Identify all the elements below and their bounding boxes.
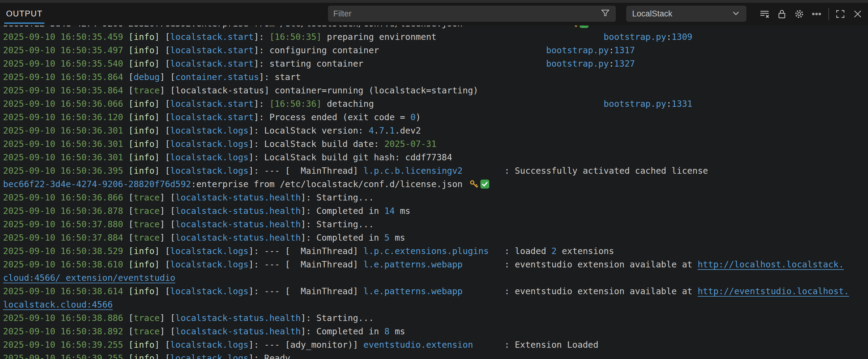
lock-icon[interactable] xyxy=(776,8,788,20)
log-token-green: 2025-09-10 16:50:36.120 xyxy=(3,112,123,122)
source-link[interactable]: bootstrap.py xyxy=(603,32,666,42)
log-text: : xyxy=(609,45,614,55)
log-text: [ xyxy=(160,139,170,149)
panel-actions xyxy=(753,7,864,21)
log-text: ]: Completed in xyxy=(301,326,384,336)
log-text: [ xyxy=(160,99,170,109)
panel-resize-sash[interactable] xyxy=(0,0,868,3)
log-text: [ xyxy=(123,326,134,336)
log-text: ] [ xyxy=(160,193,175,203)
log-text: [ xyxy=(160,32,170,42)
log-token-green: trace xyxy=(134,313,160,323)
log-token-green: 2025-09-10 16:50:38.892 xyxy=(3,326,123,336)
log-text: [ xyxy=(160,59,170,69)
log-token-green: trace xyxy=(134,193,160,203)
log-channel-token: 8 xyxy=(384,326,390,336)
log-text: ]: start xyxy=(259,72,301,82)
log-level-badge: [info] xyxy=(128,32,160,42)
source-link[interactable]: 1331 xyxy=(672,99,692,109)
log-text: ]: --- [ MainThread] xyxy=(249,166,364,176)
log-token-green: 2025-09-10 16:50:38.610 xyxy=(3,260,123,269)
log-line: 2025-09-10 16:50:38.886 [trace] [localst… xyxy=(3,312,868,325)
log-text xyxy=(123,99,128,109)
log-output-area[interactable]: bec66f22-3d4e-4274-9206-28820f76d592:ent… xyxy=(0,26,868,359)
log-channel-token: localstack-status.health xyxy=(175,326,301,336)
close-panel-icon[interactable] xyxy=(851,8,864,20)
log-text: [ xyxy=(123,206,134,216)
log-line: 2025-09-10 16:50:38.529 [info] [localsta… xyxy=(3,244,868,258)
channel-dropdown[interactable]: LocalStack xyxy=(626,6,746,22)
source-link[interactable]: bootstrap.py xyxy=(546,59,609,69)
log-level-badge: [info] xyxy=(128,353,160,359)
maximize-panel-icon[interactable] xyxy=(834,8,846,20)
clear-output-icon[interactable] xyxy=(758,8,771,20)
log-text: :enterprise from /etc/localstack/conf.d/… xyxy=(191,179,468,189)
url-link[interactable]: http://localhost.localstack. xyxy=(698,260,844,269)
log-padding xyxy=(463,260,504,269)
ellipsis-icon[interactable] xyxy=(810,8,823,20)
log-text: ]: --- [ MainThread] xyxy=(249,286,364,296)
log-text: : Extension Loaded xyxy=(504,340,598,350)
log-text xyxy=(123,112,128,122)
log-text: [ xyxy=(160,45,170,55)
log-text: ms xyxy=(395,206,410,216)
log-channel-token: localstack.logs xyxy=(170,153,248,162)
log-channel-token: localstack.start xyxy=(170,112,254,122)
log-text xyxy=(123,340,128,350)
log-channel-token: localstack-status.health xyxy=(175,219,301,229)
log-token-green: 2025-09-10 16:50:35.540 xyxy=(3,59,123,69)
log-padding xyxy=(489,246,504,256)
source-link[interactable]: 1317 xyxy=(614,45,635,55)
log-line: 2025-09-10 16:50:35.864 [trace] [localst… xyxy=(3,84,868,97)
url-link[interactable]: cloud:4566/_extension/eventstudio xyxy=(3,273,175,283)
log-text: : xyxy=(609,59,614,69)
log-text: ] [localstack-status] container=running … xyxy=(160,86,478,96)
log-level-badge: [info] xyxy=(128,286,160,296)
log-channel-token: 7 xyxy=(379,126,384,136)
log-lines-container: bec66f22-3d4e-4274-9206-28820f76d592:ent… xyxy=(3,26,868,359)
log-line: bec66f22-3d4e-4274-9206-28820f76d592:ent… xyxy=(3,178,868,191)
log-text: [ xyxy=(123,72,134,82)
log-text: ) xyxy=(416,112,421,122)
log-line-partial: bec66f22-3d4e-4274-9206-28820f76d592:ent… xyxy=(3,26,868,30)
log-channel-token: localstack.logs xyxy=(170,353,248,359)
log-text: preparing environment xyxy=(322,32,437,42)
log-padding xyxy=(379,45,546,55)
gear-icon[interactable] xyxy=(793,8,805,20)
log-token-green: 2025-09-10 16:50:38.886 xyxy=(3,313,123,323)
url-link[interactable]: http://eventstudio.localhost. xyxy=(698,286,849,296)
source-link[interactable]: bootstrap.py xyxy=(546,45,609,55)
log-channel-token: localstack-status.health xyxy=(175,206,301,216)
filter-input[interactable]: Filter xyxy=(328,6,616,22)
log-text xyxy=(123,126,128,136)
log-padding xyxy=(473,340,504,350)
source-link[interactable]: bootstrap.py xyxy=(603,99,666,109)
tab-output[interactable]: OUTPUT xyxy=(4,5,44,24)
log-text xyxy=(123,166,128,176)
log-text: . xyxy=(374,126,379,136)
log-text: [ xyxy=(123,313,134,323)
log-text: : eventstudio extension available at xyxy=(504,286,698,296)
source-link[interactable]: 1309 xyxy=(672,32,692,42)
log-text xyxy=(123,286,128,296)
url-link[interactable]: localstack.cloud:4566 xyxy=(3,300,113,310)
log-channel-token: localstack-status.health xyxy=(175,193,301,203)
key-emoji xyxy=(469,179,479,193)
log-line: 2025-09-10 16:50:39.255 [info] [localsta… xyxy=(3,338,868,352)
log-channel-token: localstack.logs xyxy=(170,166,248,176)
source-link[interactable]: 1327 xyxy=(614,59,635,69)
log-text xyxy=(123,139,128,149)
log-padding xyxy=(436,32,603,42)
filter-funnel-icon[interactable] xyxy=(600,8,611,20)
log-text: ] [ xyxy=(160,219,175,229)
log-line: 2025-09-10 16:50:36.395 [info] [localsta… xyxy=(3,164,868,178)
log-line: 2025-09-10 16:50:35.497 [info] [localsta… xyxy=(3,44,868,57)
log-channel-token: localstack.logs xyxy=(170,126,248,136)
log-line: 2025-09-10 16:50:35.864 [debug] [contain… xyxy=(3,71,868,84)
log-channel-token: 1 xyxy=(390,126,395,136)
log-line: 2025-09-10 16:50:36.066 [info] [localsta… xyxy=(3,97,868,111)
log-padding xyxy=(463,286,504,296)
log-channel-token: localstack.start xyxy=(170,32,254,42)
log-channel-token: 5 xyxy=(384,233,390,243)
filter-placeholder: Filter xyxy=(333,9,600,19)
